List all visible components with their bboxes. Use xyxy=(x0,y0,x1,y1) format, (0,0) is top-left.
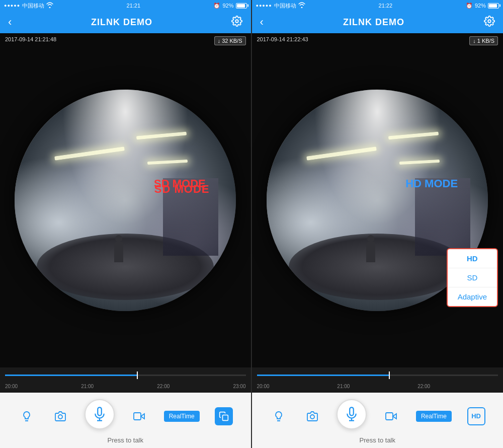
quality-option-hd[interactable]: HD xyxy=(448,249,497,268)
svg-rect-3 xyxy=(134,413,141,420)
talk-button-right[interactable] xyxy=(337,399,367,429)
record-button-right[interactable] xyxy=(382,407,400,425)
hd-badge-right[interactable]: HD xyxy=(467,407,485,425)
quality-option-sd[interactable]: SD xyxy=(448,268,497,287)
svg-point-1 xyxy=(58,415,62,419)
title-right: ZILNK DEMO xyxy=(343,17,404,28)
copy-button-left[interactable] xyxy=(215,407,233,425)
bottom-controls-left: RealTime Press to talk xyxy=(0,393,251,448)
time-display-left: 21:21 xyxy=(127,3,141,9)
bottom-controls-right: RealTime HD Press to talk xyxy=(252,393,504,448)
battery-icon-left xyxy=(236,3,247,9)
back-button-left[interactable]: ‹ xyxy=(8,16,12,29)
quality-option-adaptive[interactable]: Adaptive xyxy=(448,287,497,306)
realtime-button-left[interactable]: RealTime xyxy=(164,411,200,422)
svg-marker-7 xyxy=(393,414,396,419)
signal-dots: ●●●●● xyxy=(4,3,20,8)
timestamp-right: 2017-09-14 21:22:43 xyxy=(257,36,308,42)
timeline-labels-left: 20:00 21:00 22:00 23:00 xyxy=(5,383,246,390)
back-button-right[interactable]: ‹ xyxy=(260,16,264,29)
record-button-left[interactable] xyxy=(130,407,148,425)
timestamp-left: 2017-09-14 21:21:48 xyxy=(5,36,56,42)
battery-percent-left: 92% xyxy=(222,3,233,9)
bulb-button-left[interactable] xyxy=(18,407,36,425)
bulb-button-right[interactable] xyxy=(270,407,288,425)
svg-point-5 xyxy=(488,20,491,23)
settings-button-right[interactable] xyxy=(484,16,495,29)
status-bar-right: ●●●●● 中国移动 21:22 ⏰ 92% xyxy=(252,0,504,11)
snapshot-button-right[interactable] xyxy=(303,407,321,425)
header-left: ‹ ZILNK DEMO xyxy=(0,11,251,33)
title-left: ZILNK DEMO xyxy=(91,17,152,28)
wifi-icon xyxy=(46,2,53,9)
timeline-right[interactable]: 20:00 21:00 22:00 xyxy=(252,367,504,393)
left-panel: ●●●●● 中国移动 21:21 ⏰ 92% ‹ ZILNK DEMO xyxy=(0,0,252,448)
quality-popup: HD SD Adaptive xyxy=(447,248,498,307)
hd-mode-text: HD MODE xyxy=(405,177,458,190)
status-left-right: ●●●●● 中国移动 xyxy=(256,2,305,10)
status-bar-left: ●●●●● 中国移动 21:21 ⏰ 92% xyxy=(0,0,251,11)
time-display-right: 21:22 xyxy=(379,3,393,9)
wifi-icon-right xyxy=(298,2,305,9)
right-panel: ●●●●● 中国移动 21:22 ⏰ 92% ‹ ZILNK DEMO xyxy=(252,0,504,448)
realtime-button-right[interactable]: RealTime xyxy=(416,411,452,422)
svg-marker-2 xyxy=(141,414,144,419)
battery-percent-right: 92% xyxy=(475,3,486,9)
fisheye-circle-left: SD MODE xyxy=(15,90,236,311)
carrier-name-right: 中国移动 xyxy=(274,2,296,10)
talk-button-left[interactable] xyxy=(85,399,115,429)
camera-feed-left: SD MODE 2017-09-14 21:21:48 ↓ 32 KB/S SD… xyxy=(0,33,251,367)
timeline-labels-right: 20:00 21:00 22:00 xyxy=(257,383,498,390)
timeline-left[interactable]: 20:00 21:00 22:00 23:00 xyxy=(0,367,251,393)
battery-icon-right xyxy=(488,3,499,9)
settings-button-left[interactable] xyxy=(231,16,242,29)
svg-rect-4 xyxy=(223,415,228,420)
alarm-icon-right: ⏰ xyxy=(466,3,473,9)
signal-dots-right: ●●●●● xyxy=(256,3,272,8)
alarm-icon: ⏰ xyxy=(213,3,220,9)
status-right-left: ⏰ 92% xyxy=(213,3,246,9)
controls-row-left: RealTime xyxy=(0,393,251,435)
press-to-talk-label-right: Press to talk xyxy=(359,436,395,444)
controls-row-right: RealTime HD xyxy=(252,393,504,435)
speed-badge-left: ↓ 32 KB/S xyxy=(214,36,246,45)
status-right-right: ⏰ 92% xyxy=(466,3,499,9)
svg-point-6 xyxy=(310,415,314,419)
fisheye-container-left: SD MODE xyxy=(0,33,251,367)
speed-badge-right: ↓ 1 KB/S xyxy=(469,36,498,45)
fisheye-container-right xyxy=(252,33,504,367)
svg-point-0 xyxy=(236,20,239,23)
carrier-name: 中国移动 xyxy=(22,2,44,10)
status-left: ●●●●● 中国移动 xyxy=(4,2,53,10)
sd-mode-text: SD MODE xyxy=(154,177,206,190)
camera-feed-right: 2017-09-14 21:22:43 ↓ 1 KB/S HD MODE HD … xyxy=(252,33,504,367)
header-right: ‹ ZILNK DEMO xyxy=(252,11,504,33)
svg-rect-8 xyxy=(386,413,393,420)
press-to-talk-label-left: Press to talk xyxy=(107,436,143,444)
snapshot-button-left[interactable] xyxy=(51,407,69,425)
